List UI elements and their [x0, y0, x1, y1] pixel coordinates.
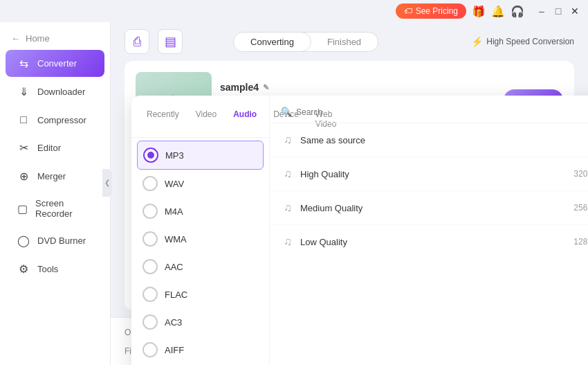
content-area: ⎙ ▤ Converting Finished ⚡ High Speed Con…: [111, 22, 588, 365]
music-note-icon: ♫: [284, 235, 292, 248]
format-item-mp3[interactable]: MP3: [137, 141, 264, 170]
speed-conversion: ⚡ High Speed Conversion: [471, 36, 574, 47]
format-right-panel: 🔍 ♫ Same as source Auto ✎ ♫ High Quality…: [270, 96, 588, 365]
sidebar-item-label: Merger: [37, 171, 66, 181]
sidebar-item-downloader[interactable]: ⇓ Downloader: [6, 78, 104, 105]
pricing-label: See Pricing: [416, 6, 458, 16]
tag-icon: 🏷: [404, 6, 412, 16]
quality-name: Low Quality: [300, 237, 565, 247]
quality-low[interactable]: ♫ Low Quality 128 kbps ✎: [270, 225, 588, 258]
format-tab-recently[interactable]: Recently: [140, 107, 186, 132]
gift-icon[interactable]: 🎁: [472, 5, 486, 18]
format-label-mp3: MP3: [165, 150, 184, 161]
format-item-aiff[interactable]: AIFF: [131, 336, 269, 364]
sidebar-collapse-handle[interactable]: ❮: [102, 169, 112, 197]
music-note-icon: ♫: [284, 134, 292, 146]
speed-label: High Speed Conversion: [486, 37, 574, 46]
wav-icon: [143, 176, 158, 191]
file-name-text: sample4: [220, 82, 259, 93]
sidebar-item-label: Tools: [37, 264, 58, 274]
minimize-icon[interactable]: –: [535, 5, 548, 17]
format-item-aac[interactable]: AAC: [131, 253, 269, 281]
format-label-aac: AAC: [165, 262, 183, 272]
maximize-icon[interactable]: □: [552, 5, 564, 17]
format-items: MP3 WAV M4A WMA: [131, 138, 269, 365]
sidebar-item-label: Screen Recorder: [35, 198, 93, 219]
format-tab-video[interactable]: Video: [189, 107, 223, 132]
toolbar: ⎙ ▤ Converting Finished ⚡ High Speed Con…: [111, 22, 588, 61]
search-icon: 🔍: [281, 107, 292, 117]
format-item-m4a[interactable]: M4A: [131, 197, 269, 225]
converter-icon: ⇆: [17, 57, 30, 70]
music-note-icon: ♫: [284, 168, 292, 180]
wma-icon: [143, 231, 158, 247]
edit-filename-icon[interactable]: ✎: [263, 83, 269, 92]
aiff-icon: [143, 342, 158, 357]
editor-icon: ✂: [17, 141, 30, 154]
sidebar-item-dvd-burner[interactable]: ◯ DVD Burner: [6, 227, 104, 254]
add-file-button[interactable]: ⎙: [125, 29, 149, 54]
window-controls: – □ ✕: [535, 5, 581, 17]
sidebar-item-tools[interactable]: ⚙ Tools: [6, 256, 104, 283]
music-note-icon: ♫: [284, 202, 292, 214]
tab-finished[interactable]: Finished: [311, 33, 378, 51]
format-dropdown: Recently Video Audio Device Web Video MP…: [131, 96, 588, 365]
file-name: sample4 ✎: [220, 82, 495, 93]
format-item-ac3[interactable]: AC3: [131, 308, 269, 336]
search-input[interactable]: [296, 107, 588, 117]
quality-value: 320 kbps: [573, 169, 588, 179]
format-tab-audio[interactable]: Audio: [226, 107, 264, 132]
sidebar-item-merger[interactable]: ⊕ Merger: [6, 163, 104, 190]
sidebar: ← Home ⇆ Converter ⇓ Downloader □ Compre…: [0, 22, 111, 365]
format-left-panel: Recently Video Audio Device Web Video MP…: [131, 96, 270, 365]
quality-high[interactable]: ♫ High Quality 320 kbps ✎: [270, 157, 588, 191]
quality-name: High Quality: [300, 169, 565, 179]
sidebar-item-label: Downloader: [37, 87, 85, 97]
dvd-burner-icon: ◯: [17, 234, 30, 247]
quality-name: Same as source: [300, 135, 582, 145]
sidebar-back-label: Home: [26, 33, 50, 44]
sidebar-back[interactable]: ← Home: [0, 28, 110, 49]
m4a-icon: [143, 204, 158, 219]
mp3-selected-icon: [143, 148, 158, 163]
pricing-button[interactable]: 🏷 See Pricing: [396, 3, 466, 19]
tab-group: Converting Finished: [233, 32, 378, 52]
aac-icon: [143, 259, 158, 274]
quality-search: 🔍: [270, 101, 588, 123]
downloader-icon: ⇓: [17, 85, 30, 98]
add-option-icon: ▤: [165, 34, 176, 49]
flac-icon: [143, 287, 158, 302]
format-item-flac[interactable]: FLAC: [131, 281, 269, 308]
format-label-m4a: M4A: [165, 206, 183, 217]
sidebar-item-converter[interactable]: ⇆ Converter: [6, 50, 104, 77]
format-item-wma[interactable]: WMA: [131, 225, 269, 253]
tab-converting[interactable]: Converting: [233, 32, 311, 52]
sidebar-item-label: Compressor: [37, 115, 86, 125]
quality-same-as-source[interactable]: ♫ Same as source Auto ✎: [270, 123, 588, 157]
quality-value: 256 kbps: [573, 203, 588, 213]
merger-icon: ⊕: [17, 170, 30, 183]
sidebar-item-screen-recorder[interactable]: ▢ Screen Recorder: [6, 191, 104, 226]
main-layout: ← Home ⇆ Converter ⇓ Downloader □ Compre…: [0, 22, 588, 365]
screen-recorder-icon: ▢: [17, 202, 28, 215]
headset-icon[interactable]: 🎧: [511, 5, 524, 18]
sidebar-item-compressor[interactable]: □ Compressor: [6, 107, 104, 133]
add-option-button[interactable]: ▤: [158, 29, 183, 54]
format-tabs: Recently Video Audio Device Web Video: [131, 101, 269, 138]
quality-medium[interactable]: ♫ Medium Quality 256 kbps ✎: [270, 191, 588, 225]
file-area: ♫ sample4 ✎ ✂ Convert: [125, 61, 574, 310]
compressor-icon: □: [17, 114, 30, 126]
quality-name: Medium Quality: [300, 203, 565, 213]
format-item-wav[interactable]: WAV: [131, 170, 269, 197]
sidebar-item-editor[interactable]: ✂ Editor: [6, 134, 104, 161]
format-label-ac3: AC3: [165, 317, 182, 328]
chevron-left-icon: ❮: [104, 179, 110, 186]
notification-icon[interactable]: 🔔: [491, 5, 505, 18]
lightning-icon: ⚡: [471, 36, 483, 47]
titlebar: 🏷 See Pricing 🎁 🔔 🎧 – □ ✕: [0, 0, 588, 22]
sidebar-item-label: Editor: [37, 143, 61, 153]
close-icon[interactable]: ✕: [569, 5, 581, 17]
sidebar-item-label: Converter: [37, 58, 77, 69]
add-file-icon: ⎙: [134, 35, 141, 49]
tools-icon: ⚙: [17, 262, 30, 276]
